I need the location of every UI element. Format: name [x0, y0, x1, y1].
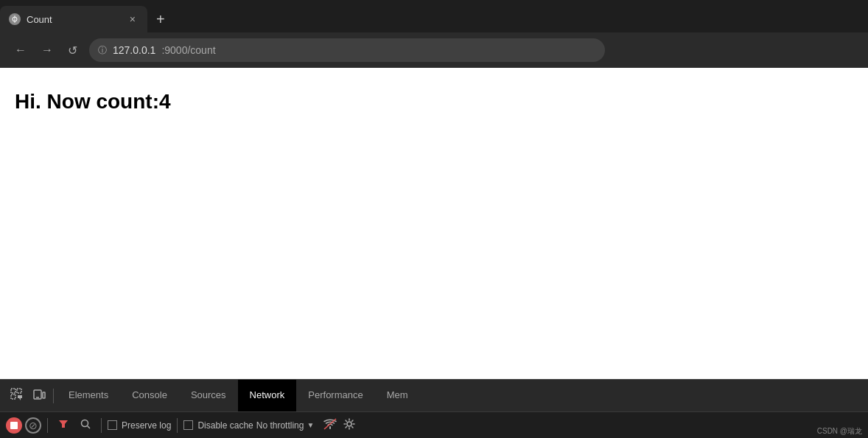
page-content: Hi. Now count:4	[0, 68, 868, 332]
preserve-log-checkbox[interactable]: Preserve log	[108, 420, 171, 431]
address-input[interactable]: ⓘ 127.0.0.1:9000/count	[89, 38, 605, 62]
record-stop-button[interactable]	[6, 417, 22, 434]
tab-sources[interactable]: Sources	[179, 380, 238, 412]
tab-performance[interactable]: Performance	[296, 380, 374, 412]
devtools-panel: Elements Console Sources Network Perform…	[0, 379, 868, 438]
tab-network[interactable]: Network	[238, 380, 297, 412]
tab-console[interactable]: Console	[120, 380, 179, 412]
browser-chrome: Count × + ← → ↺ ⓘ 127.0.0.1:9000/count	[0, 0, 868, 68]
address-host: 127.0.0.1	[113, 44, 155, 56]
toolbar-separator-1	[47, 418, 48, 433]
reload-button[interactable]: ↺	[65, 41, 80, 60]
svg-point-11	[82, 420, 88, 427]
devtools-settings-icon[interactable]	[343, 418, 355, 432]
tab-separator-1	[53, 389, 54, 403]
svg-rect-3	[11, 389, 15, 393]
tab-memory[interactable]: Mem	[375, 380, 420, 412]
browser-tab[interactable]: Count ×	[0, 6, 147, 32]
filter-button[interactable]	[54, 417, 73, 433]
clear-button[interactable]: ⊘	[25, 417, 41, 434]
tab-favicon	[9, 13, 21, 25]
tab-title: Count	[27, 14, 121, 25]
toolbar-separator-3	[177, 418, 178, 433]
svg-point-14	[347, 422, 351, 426]
address-bar: ← → ↺ ⓘ 127.0.0.1:9000/count	[0, 32, 868, 68]
disable-cache-checkbox[interactable]: Disable cache	[183, 420, 253, 431]
address-port-path: :9000/count	[161, 44, 215, 56]
tab-close-button[interactable]: ×	[127, 12, 139, 27]
throttling-dropdown[interactable]: No throttling ▼	[256, 420, 315, 431]
stop-icon	[10, 422, 18, 429]
csdn-watermark: CSDN @瑞龙	[817, 426, 862, 437]
devtools-tab-bar: Elements Console Sources Network Perform…	[0, 379, 868, 411]
info-icon: ⓘ	[98, 44, 107, 57]
toolbar-separator-2	[101, 418, 102, 433]
back-button[interactable]: ←	[12, 41, 29, 60]
page-heading: Hi. Now count:4	[15, 90, 853, 114]
svg-line-12	[88, 426, 91, 429]
tab-elements[interactable]: Elements	[57, 380, 120, 412]
svg-rect-8	[43, 392, 45, 398]
svg-marker-6	[18, 395, 22, 400]
network-conditions-icon[interactable]	[323, 418, 337, 432]
svg-marker-10	[59, 420, 68, 428]
throttling-dropdown-arrow: ▼	[307, 421, 314, 429]
search-button[interactable]	[76, 417, 95, 433]
device-toolbar-icon[interactable]	[28, 385, 50, 406]
svg-rect-5	[11, 394, 15, 399]
forward-button[interactable]: →	[38, 41, 56, 60]
svg-rect-4	[17, 389, 21, 393]
preserve-log-check-box	[108, 420, 117, 430]
new-tab-button[interactable]: +	[147, 11, 174, 28]
disable-cache-check-box	[183, 420, 193, 430]
clear-icon: ⊘	[29, 420, 38, 431]
inspect-element-icon[interactable]	[6, 385, 28, 406]
tab-bar: Count × +	[0, 0, 868, 32]
devtools-toolbar: ⊘ Preserve log Disable cache	[0, 411, 868, 438]
